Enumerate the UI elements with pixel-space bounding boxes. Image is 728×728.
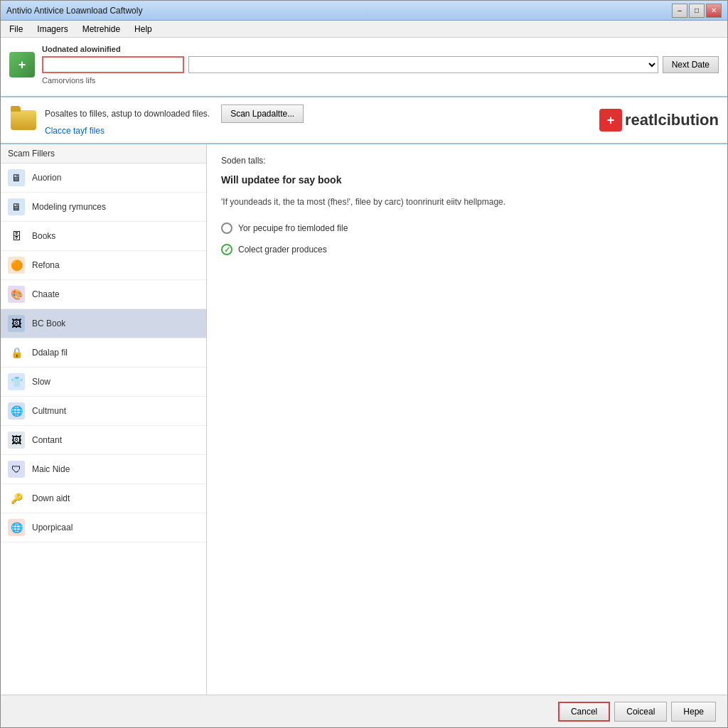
sidebar-item-4[interactable]: 🎨Chaate bbox=[1, 280, 206, 309]
minimize-button[interactable]: – bbox=[672, 4, 687, 18]
cancel-button[interactable]: Cancel bbox=[558, 702, 610, 722]
top-right-content: Uodnated alowinified Next Date Camorvion… bbox=[42, 45, 719, 85]
footer: Cancel Coiceal Hepe bbox=[1, 695, 727, 727]
sidebar-icon-4: 🎨 bbox=[8, 286, 25, 303]
window-controls: – □ ✕ bbox=[672, 4, 722, 18]
radio-unchecked-icon bbox=[221, 223, 232, 234]
sidebar-items-container: 🖥Auorion🖥Modeling rymunces🗄Books🟠Refona🎨… bbox=[1, 164, 206, 542]
sidebar-label-4: Chaate bbox=[32, 289, 60, 299]
sidebar-label-1: Modeling rymunces bbox=[32, 202, 106, 212]
sidebar-icon-6: 🔒 bbox=[8, 344, 25, 361]
sidebar-icon-1: 🖥 bbox=[8, 198, 25, 215]
folder-shape bbox=[11, 110, 36, 130]
sidebar-label-3: Refona bbox=[32, 260, 60, 270]
maximize-button[interactable]: □ bbox=[689, 4, 705, 18]
radio-option-1[interactable]: Colect grader produces bbox=[221, 244, 713, 255]
update-dropdown[interactable] bbox=[188, 56, 658, 73]
update-icon-symbol: + bbox=[18, 58, 26, 73]
main-content: Scam Fillers 🖥Auorion🖥Modeling rymunces🗄… bbox=[1, 144, 727, 695]
sidebar-icon-0: 🖥 bbox=[8, 169, 25, 186]
sidebar-icon-3: 🟠 bbox=[8, 257, 25, 274]
brand-name: reatlcibution bbox=[625, 111, 719, 129]
sidebar-item-2[interactable]: 🗄Books bbox=[1, 222, 206, 251]
sidebar-item-9[interactable]: 🖼Contant bbox=[1, 426, 206, 455]
top-section: + Uodnated alowinified Next Date Camorvi… bbox=[1, 38, 727, 97]
options-container: Yor pecuipe fro tiemloded fileColect gra… bbox=[221, 223, 713, 255]
sidebar: Scam Fillers 🖥Auorion🖥Modeling rymunces🗄… bbox=[1, 144, 207, 695]
menu-imagers[interactable]: Imagers bbox=[31, 23, 73, 36]
menu-metrehide[interactable]: Metrehide bbox=[77, 23, 126, 36]
sidebar-item-5[interactable]: 🖼BC Book bbox=[1, 309, 206, 338]
second-text-group: Posaltes to filles, astup to downloaded … bbox=[45, 105, 304, 136]
sidebar-item-12[interactable]: 🌐Uporpicaal bbox=[1, 513, 206, 542]
sidebar-item-3[interactable]: 🟠Refona bbox=[1, 251, 206, 280]
sidebar-item-7[interactable]: 👕Slow bbox=[1, 368, 206, 397]
sidebar-header: Scam Fillers bbox=[1, 144, 206, 164]
content-panel: Soden talls: Will updatee for say book '… bbox=[207, 144, 727, 695]
sidebar-icon-7: 👕 bbox=[8, 373, 25, 390]
sidebar-item-1[interactable]: 🖥Modeling rymunces bbox=[1, 193, 206, 222]
next-date-button[interactable]: Next Date bbox=[663, 56, 719, 73]
sidebar-label-9: Contant bbox=[32, 435, 62, 445]
update-text-input[interactable] bbox=[42, 56, 184, 73]
sidebar-icon-8: 🌐 bbox=[8, 402, 25, 419]
second-section: Posaltes to filles, astup to downloaded … bbox=[1, 97, 727, 144]
help-button[interactable]: Hepe bbox=[671, 702, 716, 722]
content-title: Soden talls: bbox=[221, 156, 713, 166]
second-left: Posaltes to filles, astup to downloaded … bbox=[9, 105, 304, 136]
sidebar-label-12: Uporpicaal bbox=[32, 523, 73, 532]
update-icon: + bbox=[9, 52, 35, 77]
content-description: 'If youndeads it, the ta most (fhes!', f… bbox=[221, 196, 713, 208]
main-window: Antivio Antivice Loawnload Caftwoly – □ … bbox=[0, 0, 728, 728]
menu-bar: File Imagers Metrehide Help bbox=[1, 21, 727, 38]
sidebar-label-6: Ddalap fil bbox=[32, 348, 68, 358]
brand-logo: + reatlcibution bbox=[599, 109, 719, 132]
sidebar-label-5: BC Book bbox=[32, 318, 65, 328]
content-heading: Will updatee for say book bbox=[221, 174, 713, 186]
menu-file[interactable]: File bbox=[4, 23, 28, 36]
radio-label-1: Colect grader produces bbox=[238, 245, 327, 255]
sidebar-label-8: Cultmunt bbox=[32, 406, 66, 416]
sidebar-icon-5: 🖼 bbox=[8, 315, 25, 332]
radio-option-0[interactable]: Yor pecuipe fro tiemloded file bbox=[221, 223, 713, 234]
sidebar-icon-9: 🖼 bbox=[8, 432, 25, 449]
menu-help[interactable]: Help bbox=[129, 23, 158, 36]
sidebar-icon-11: 🔑 bbox=[8, 490, 25, 507]
sidebar-label-0: Auorion bbox=[32, 173, 61, 183]
sub-label: Camorvions lifs bbox=[42, 76, 719, 85]
sidebar-label-10: Maic Nide bbox=[32, 464, 70, 474]
title-bar: Antivio Antivice Loawnload Caftwoly – □ … bbox=[1, 1, 727, 21]
sidebar-item-10[interactable]: 🛡Maic Nide bbox=[1, 455, 206, 484]
close-button[interactable]: ✕ bbox=[706, 4, 722, 18]
top-label: Uodnated alowinified bbox=[42, 45, 719, 53]
sidebar-icon-10: 🛡 bbox=[8, 461, 25, 478]
sidebar-item-11[interactable]: 🔑Down aidt bbox=[1, 484, 206, 513]
input-row: Next Date bbox=[42, 56, 719, 73]
window-title: Antivio Antivice Loawnload Caftwoly bbox=[6, 6, 142, 16]
sidebar-icon-2: 🗄 bbox=[8, 228, 25, 245]
sidebar-item-6[interactable]: 🔒Ddalap fil bbox=[1, 338, 206, 368]
sidebar-item-0[interactable]: 🖥Auorion bbox=[1, 164, 206, 193]
sidebar-icon-12: 🌐 bbox=[8, 519, 25, 536]
radio-label-0: Yor pecuipe fro tiemloded file bbox=[238, 223, 348, 233]
sidebar-label-2: Books bbox=[32, 231, 55, 241]
sidebar-item-8[interactable]: 🌐Cultmunt bbox=[1, 397, 206, 426]
coiceal-button[interactable]: Coiceal bbox=[614, 702, 667, 722]
brand-icon: + bbox=[599, 109, 622, 132]
scan-button[interactable]: Scan Lpadaltte... bbox=[221, 105, 304, 123]
sidebar-label-11: Down aidt bbox=[32, 493, 70, 503]
top-row: + Uodnated alowinified Next Date Camorvi… bbox=[9, 45, 719, 85]
folder-icon bbox=[9, 106, 38, 134]
second-description: Posaltes to filles, astup to downloaded … bbox=[45, 109, 210, 119]
radio-checked-icon bbox=[221, 244, 232, 255]
clearfix-link[interactable]: Clacce tayf files bbox=[45, 126, 304, 136]
sidebar-label-7: Slow bbox=[32, 377, 50, 387]
